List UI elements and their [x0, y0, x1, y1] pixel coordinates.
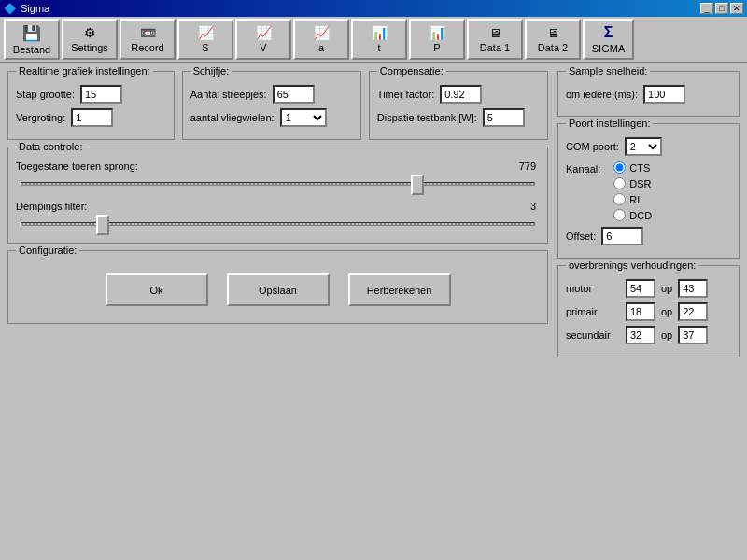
primair-label: primair	[566, 306, 620, 317]
secundair-op-input[interactable]	[678, 326, 708, 344]
maximize-button[interactable]: □	[715, 3, 728, 14]
sample-group: Sample snelheid: om iedere (ms):	[557, 71, 740, 117]
stap-label: Stap grootte:	[16, 89, 75, 100]
record-icon: 📼	[140, 25, 156, 40]
p-chart-icon: 📊	[430, 25, 445, 40]
a-chart-icon: 📈	[314, 25, 330, 40]
vlieg-select[interactable]: 1 2 3	[280, 108, 327, 127]
ri-radio-label[interactable]: RI	[613, 193, 652, 205]
toegestane-label: Toegestane toeren sprong:	[16, 161, 138, 172]
dsr-label: DSR	[629, 178, 651, 189]
bestand-label: Bestand	[13, 44, 50, 55]
timer-label: Timer factor:	[377, 89, 434, 100]
om-input[interactable]	[643, 85, 685, 104]
record-button[interactable]: 📼 Record	[120, 19, 176, 60]
ok-button[interactable]: Ok	[106, 273, 208, 306]
com-label: COM poort:	[566, 141, 619, 152]
a-label: a	[318, 42, 324, 53]
t-chart-icon: 📊	[372, 25, 388, 40]
close-button[interactable]: ✕	[730, 3, 743, 14]
compensatie-title: Compensatie:	[377, 65, 446, 77]
primair-op: op	[661, 306, 672, 317]
cts-radio[interactable]	[613, 161, 626, 174]
v-chart-icon: 📈	[256, 25, 272, 40]
poort-group: Poort instellingen: COM poort: 1 2 3 4 K…	[557, 123, 740, 259]
data2-label: Data 2	[538, 42, 568, 53]
app-icon: 🔷	[4, 3, 17, 15]
record-label: Record	[131, 42, 163, 53]
motor-label: motor	[566, 283, 620, 294]
settings-label: Settings	[71, 42, 108, 53]
s-label: S	[202, 42, 208, 53]
schijfje-title: Schijfje:	[190, 65, 233, 77]
v-button[interactable]: 📈 V	[235, 19, 291, 60]
configuratie-title: Configuratie:	[16, 245, 79, 256]
v-label: V	[260, 42, 266, 53]
dempings-value: 3	[530, 201, 536, 212]
vlieg-label: aantal vliegwielen:	[190, 112, 275, 123]
window-title: Sigma	[21, 3, 49, 14]
dempings-slider[interactable]	[21, 215, 535, 233]
configuratie-group: Configuratie: Ok Opslaan Herberekenen	[7, 250, 548, 324]
aantal-input[interactable]	[273, 85, 315, 104]
poort-title: Poort instellingen:	[566, 118, 653, 129]
om-label: om iedere (ms):	[566, 89, 638, 100]
t-button[interactable]: 📊 t	[351, 19, 407, 60]
com-select[interactable]: 1 2 3 4	[625, 137, 662, 156]
secundair-input[interactable]	[626, 326, 655, 344]
kanaal-label: Kanaal:	[566, 163, 600, 175]
floppy-icon: 💾	[22, 24, 41, 42]
secundair-op: op	[661, 329, 672, 341]
vergroting-input[interactable]	[71, 108, 113, 127]
dcd-radio-label[interactable]: DCD	[613, 209, 652, 221]
timer-input[interactable]	[440, 85, 482, 104]
overbrenings-group: overbrenings verhoudingen: motor op prim…	[557, 265, 740, 357]
data1-button[interactable]: 🖥 Data 1	[467, 19, 523, 60]
secundair-label: secundair	[566, 329, 620, 341]
dispatie-input[interactable]	[483, 108, 525, 127]
compensatie-group: Compensatie: Timer factor: Dispatie test…	[369, 71, 548, 140]
data2-icon: 🖥	[547, 26, 559, 40]
sigma-button[interactable]: Σ SIGMA	[583, 19, 634, 60]
s-button[interactable]: 📈 S	[177, 19, 233, 60]
motor-input[interactable]	[626, 279, 655, 298]
offset-input[interactable]	[601, 227, 643, 245]
kanaal-radio-group: CTS DSR RI DCD	[613, 161, 652, 221]
motor-op: op	[661, 283, 672, 294]
dempings-label: Dempings filter:	[16, 201, 87, 212]
dcd-radio[interactable]	[613, 209, 626, 221]
motor-op-input[interactable]	[678, 279, 708, 298]
opslaan-button[interactable]: Opslaan	[227, 273, 330, 306]
realtime-title: Realtime grafiek instellingen:	[16, 65, 153, 77]
a-button[interactable]: 📈 a	[293, 19, 349, 60]
toegestane-slider[interactable]	[21, 175, 535, 193]
primair-input[interactable]	[626, 302, 655, 321]
ri-label: RI	[629, 194, 640, 205]
cts-radio-label[interactable]: CTS	[613, 161, 652, 174]
data-controle-group: Data controle: Toegestane toeren sprong:…	[7, 147, 548, 244]
aantal-label: Aantal streepjes:	[190, 89, 267, 100]
s-chart-icon: 📈	[198, 25, 214, 40]
ri-radio[interactable]	[613, 193, 626, 205]
sigma-icon: Σ	[604, 24, 613, 41]
bestand-button[interactable]: 💾 Bestand	[4, 19, 60, 60]
t-label: t	[377, 42, 380, 53]
p-button[interactable]: 📊 P	[409, 19, 465, 60]
cts-label: CTS	[629, 162, 650, 174]
stap-input[interactable]	[80, 85, 122, 104]
title-bar: 🔷 Sigma _ □ ✕	[0, 0, 747, 17]
data1-icon: 🖥	[489, 26, 501, 40]
data2-button[interactable]: 🖥 Data 2	[525, 19, 581, 60]
offset-label: Offset:	[566, 231, 596, 242]
primair-op-input[interactable]	[678, 302, 708, 321]
data-controle-title: Data controle:	[16, 141, 85, 152]
settings-button[interactable]: ⚙ Settings	[62, 19, 118, 60]
dsr-radio-label[interactable]: DSR	[613, 177, 652, 189]
herberekenen-button[interactable]: Herberekenen	[348, 273, 451, 306]
minimize-button[interactable]: _	[700, 3, 713, 14]
vergroting-label: Vergroting:	[16, 112, 65, 123]
realtime-group: Realtime grafiek instellingen: Stap groo…	[7, 71, 175, 140]
p-label: P	[433, 42, 440, 53]
dcd-label: DCD	[629, 210, 652, 221]
dsr-radio[interactable]	[613, 177, 626, 189]
